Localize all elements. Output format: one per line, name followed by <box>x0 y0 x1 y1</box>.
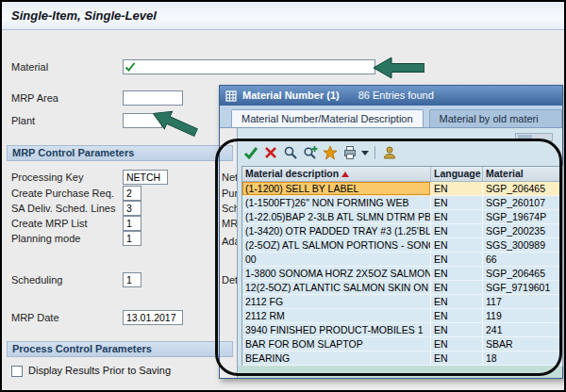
cell-material-description: (1-22.05)BAP 2-3LB ATL SLMN DTRM PBO VP <box>242 210 431 224</box>
cell-material: 241 <box>483 323 562 337</box>
table-row[interactable]: (1-1500FT)26" NON FORMING WEB EN SGP_260… <box>242 196 562 210</box>
column-header-material-description[interactable]: Material description <box>242 167 431 181</box>
accept-icon[interactable] <box>242 144 259 161</box>
table-row[interactable]: (1-3420) OTR PADDED TRAY #3 (1.25'BLK) E… <box>242 224 562 238</box>
header-label: Language <box>434 167 481 181</box>
cell-language: EN <box>431 253 483 267</box>
display-results-checkbox[interactable] <box>11 366 23 377</box>
cell-material-description: 2112 FG <box>242 295 431 309</box>
popup-tabstrip: Material Number/Material Description Mat… <box>220 106 562 128</box>
plant-label: Plant <box>11 115 35 126</box>
cell-language: EN <box>431 351 483 366</box>
check-icon <box>125 61 136 74</box>
cell-material-description: 2112 RM <box>242 309 431 323</box>
find-next-icon[interactable] <box>302 144 319 161</box>
table-row[interactable]: 2112 RM EN 119 <box>242 309 562 323</box>
mrp-control-section-header: MRP Control Parameters <box>7 145 233 161</box>
column-header-language[interactable]: Language <box>431 167 483 181</box>
create-mrp-list-input[interactable] <box>123 216 142 231</box>
planning-mode-label: Planning mode <box>11 233 80 244</box>
mrp-area-row: MRP Area <box>11 90 247 106</box>
popup-titlebar[interactable]: Material Number (1) 86 Entries found <box>220 86 562 106</box>
table-row[interactable]: 12(2-5OZ) ATLANTIC SALMON SKIN ON EN SGF… <box>242 281 562 295</box>
cell-language: EN <box>431 323 483 337</box>
table-row[interactable]: (2-5OZ) ATL SALMON PORTIONS - SONOMA EN … <box>242 238 562 253</box>
cell-material-description: 1-3800 SONOMA HORZ 2X5OZ SALMON SKON <box>242 267 431 281</box>
cell-material-description: (1-1500FT)26" NON FORMING WEB <box>242 196 431 210</box>
cell-material: SGS_300989 <box>483 238 562 253</box>
header-label: Material <box>486 167 524 181</box>
mrp-date-input[interactable] <box>123 310 183 325</box>
cell-material: SGP_260107 <box>483 196 562 210</box>
popup-title: Material Number (1) <box>242 86 340 106</box>
field-row: Create Purchase Req. <box>11 186 247 201</box>
plant-row: Plant <box>11 113 247 128</box>
material-label: Material <box>11 61 48 73</box>
cell-material-description: 00 <box>242 253 431 267</box>
table-row[interactable]: (1-1200) SELL BY LABEL EN SGP_206465 <box>242 182 562 196</box>
popup-body: Material description Language Material (… <box>237 128 562 378</box>
cell-material: SGP_19674P <box>483 210 562 224</box>
material-number-popup: Material Number (1) 86 Entries found Mat… <box>219 85 563 379</box>
sap-window: Single-Item, Single-Level Material MRP A… <box>0 0 566 392</box>
planning-mode-input[interactable] <box>123 231 142 246</box>
horizontal-scrollbar[interactable] <box>515 133 553 141</box>
cell-material: SBAR <box>483 337 562 351</box>
section-title: MRP Control Parameters <box>12 147 134 158</box>
print-icon[interactable] <box>341 144 358 161</box>
cell-language: EN <box>431 267 483 281</box>
sa-deliv-sched-lines-input[interactable] <box>123 201 142 216</box>
cell-material-description: BAR FOR BOM SLAPTOP <box>242 337 431 351</box>
table-row[interactable]: BAR FOR BOM SLAPTOP EN SBAR <box>242 337 562 351</box>
field-row: MRP Date <box>11 310 247 325</box>
create-purchase-req-label: Create Purchase Req. <box>11 188 114 199</box>
cell-language: EN <box>431 309 483 323</box>
mrp-area-label: MRP Area <box>11 92 58 104</box>
display-results-label: Display Results Prior to Saving <box>28 365 171 376</box>
entries-found: 86 Entries found <box>358 86 434 106</box>
field-row: Create MRP List <box>11 216 247 231</box>
section-title: Process Control Parameters <box>12 343 152 354</box>
table-row[interactable]: (1-22.05)BAP 2-3LB ATL SLMN DTRM PBO VP … <box>242 210 562 224</box>
cell-material-description: 12(2-5OZ) ATLANTIC SALMON SKIN ON <box>242 281 431 295</box>
create-purchase-req-input[interactable] <box>123 186 142 201</box>
cell-material: SGP_206465 <box>483 267 562 281</box>
create-mrp-list-label: Create MRP List <box>11 218 88 229</box>
print-menu-icon[interactable] <box>361 151 369 155</box>
star-icon[interactable] <box>322 144 339 161</box>
popup-toolbar <box>242 143 398 162</box>
annotation-arrow-material <box>374 56 424 81</box>
cell-material-description: 3940 FINISHED PRODUCT-MOBILES 1 <box>242 323 431 337</box>
table-row[interactable]: 00 EN 66 <box>242 253 562 267</box>
table-row[interactable]: 2112 FG EN 117 <box>242 295 562 309</box>
cell-language: EN <box>431 224 483 238</box>
field-row: SA Deliv. Sched. Lines <box>11 201 247 216</box>
cell-material: 66 <box>483 253 562 267</box>
column-header-material[interactable]: Material <box>483 167 562 181</box>
cell-material-description: (1-3420) OTR PADDED TRAY #3 (1.25'BLK) <box>242 224 431 238</box>
results-table: Material description Language Material (… <box>241 166 563 367</box>
cell-material: SGP_200235 <box>483 224 562 238</box>
sort-ascending-icon <box>341 172 349 177</box>
scrollbar-thumb[interactable] <box>518 135 532 139</box>
cell-language: EN <box>431 182 483 196</box>
tab-material-number-description[interactable]: Material Number/Material Description <box>231 109 424 127</box>
cell-language: EN <box>431 238 483 253</box>
personal-value-list-icon[interactable] <box>381 144 398 161</box>
mrp-area-input[interactable] <box>123 90 183 106</box>
table-row[interactable]: BEARING EN 18 <box>242 351 562 366</box>
cell-language: EN <box>431 295 483 309</box>
annotation-arrow-plant <box>148 103 201 144</box>
find-icon[interactable] <box>282 144 299 161</box>
tab-material-by-old-material[interactable]: Material by old materi <box>429 109 562 127</box>
table-row[interactable]: 3940 FINISHED PRODUCT-MOBILES 1 EN 241 <box>242 323 562 337</box>
material-input[interactable] <box>123 59 375 74</box>
cell-material: 117 <box>483 295 562 309</box>
processing-key-label: Processing Key <box>11 172 83 183</box>
scheduling-input[interactable] <box>123 272 142 287</box>
table-row[interactable]: 1-3800 SONOMA HORZ 2X5OZ SALMON SKON EN … <box>242 267 562 281</box>
processing-key-input[interactable] <box>123 170 168 185</box>
scheduling-label: Scheduling <box>11 274 62 286</box>
sa-deliv-sched-lines-label: SA Deliv. Sched. Lines <box>11 203 115 214</box>
cancel-icon[interactable] <box>262 144 279 161</box>
